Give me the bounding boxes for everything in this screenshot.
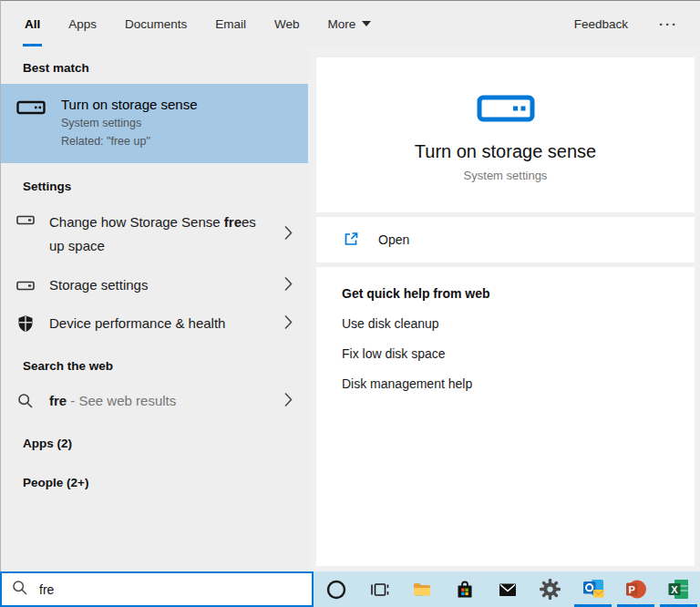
microsoft-store-icon	[454, 579, 476, 601]
open-action[interactable]: Open	[316, 217, 695, 262]
results-panel: Best match Turn on storage sense System …	[1, 46, 308, 571]
people-group-header: People (2+)	[1, 459, 308, 499]
tab-all[interactable]: All	[23, 1, 42, 46]
outlook-button[interactable]	[571, 571, 614, 607]
excel-button[interactable]: X	[657, 571, 700, 607]
tab-documents[interactable]: Documents	[123, 1, 189, 46]
cortana-icon	[325, 579, 347, 601]
result-label: fre - See web results	[49, 389, 176, 413]
tab-email-label: Email	[215, 17, 246, 31]
best-match-title: Turn on storage sense	[61, 96, 198, 114]
best-match-header: Best match	[1, 46, 308, 84]
settings-gear-icon	[539, 578, 561, 601]
cortana-button[interactable]	[314, 571, 357, 607]
tab-more[interactable]: More	[326, 1, 374, 46]
search-input[interactable]	[39, 582, 302, 597]
result-storage-settings[interactable]: Storage settings	[1, 266, 308, 304]
chevron-right-icon	[283, 314, 293, 334]
result-label: Storage settings	[49, 273, 148, 297]
outlook-icon	[582, 578, 605, 601]
microsoft-store-button[interactable]	[443, 571, 486, 607]
tab-apps-label: Apps	[68, 17, 97, 31]
quick-help-card: Get quick help from web Use disk cleanup…	[316, 267, 695, 566]
excel-icon: X	[667, 578, 690, 601]
ellipsis-icon: ···	[659, 16, 678, 32]
powerpoint-button[interactable]: P	[614, 571, 657, 607]
preview-subtitle: System settings	[316, 169, 695, 182]
tab-all-label: All	[25, 17, 40, 31]
settings-button[interactable]	[529, 571, 571, 607]
search-icon	[12, 580, 28, 600]
help-item-disk-management[interactable]: Disk management help	[342, 368, 669, 398]
shield-icon	[15, 314, 36, 334]
quick-help-header: Get quick help from web	[342, 286, 669, 301]
result-web-search[interactable]: fre - See web results	[1, 382, 308, 420]
svg-text:P: P	[628, 584, 634, 595]
result-device-performance-health[interactable]: Device performance & health	[1, 304, 308, 343]
storage-drive-icon	[15, 281, 36, 291]
preview-hero-card: Turn on storage sense System settings	[316, 57, 695, 212]
task-view-icon	[368, 579, 390, 601]
help-item-fix-low-disk-space[interactable]: Fix low disk space	[342, 338, 669, 368]
help-item-disk-cleanup[interactable]: Use disk cleanup	[342, 308, 669, 338]
feedback-button[interactable]: Feedback	[574, 1, 628, 46]
feedback-label: Feedback	[574, 17, 628, 31]
search-tabbar: All Apps Documents Email Web More Feedba…	[1, 1, 700, 46]
result-storage-sense-frees-up[interactable]: Change how Storage Sense frees up space	[1, 202, 308, 266]
search-flyout: All Apps Documents Email Web More Feedba…	[0, 0, 700, 571]
storage-drive-icon	[15, 96, 46, 150]
powerpoint-icon: P	[624, 578, 648, 601]
tab-email[interactable]: Email	[213, 1, 248, 46]
tab-web-label: Web	[274, 17, 300, 31]
best-match-subtitle: System settings	[61, 114, 198, 132]
task-view-button[interactable]	[357, 571, 400, 607]
file-explorer-button[interactable]	[400, 571, 443, 607]
open-label: Open	[378, 232, 409, 247]
taskbar-search-box[interactable]	[0, 571, 314, 607]
tab-apps[interactable]: Apps	[67, 1, 98, 46]
preview-panel: Turn on storage sense System settings Op…	[308, 46, 700, 571]
chevron-right-icon	[283, 391, 293, 411]
best-match-result[interactable]: Turn on storage sense System settings Re…	[1, 84, 308, 163]
chevron-right-icon	[283, 275, 293, 295]
open-icon	[343, 231, 359, 250]
result-label: Device performance & health	[49, 312, 225, 335]
tab-documents-label: Documents	[125, 17, 187, 31]
chevron-right-icon	[283, 224, 293, 244]
search-the-web-header: Search the web	[1, 343, 308, 382]
mail-icon	[497, 579, 519, 601]
preview-title: Turn on storage sense	[316, 141, 695, 162]
tab-web[interactable]: Web	[273, 1, 302, 46]
apps-group-header: Apps (2)	[1, 420, 308, 459]
storage-drive-icon-large	[316, 94, 695, 127]
file-explorer-icon	[411, 579, 433, 601]
best-match-related: Related: "free up"	[61, 132, 198, 150]
tab-more-label: More	[328, 17, 356, 31]
mail-button[interactable]	[486, 571, 529, 607]
overflow-menu-button[interactable]: ···	[659, 1, 678, 46]
settings-header: Settings	[1, 163, 308, 202]
chevron-down-icon	[362, 21, 371, 26]
svg-text:X: X	[671, 584, 678, 595]
result-label: Change how Storage Sense frees up space	[49, 211, 272, 258]
storage-drive-icon	[15, 215, 36, 225]
search-icon	[15, 393, 36, 409]
